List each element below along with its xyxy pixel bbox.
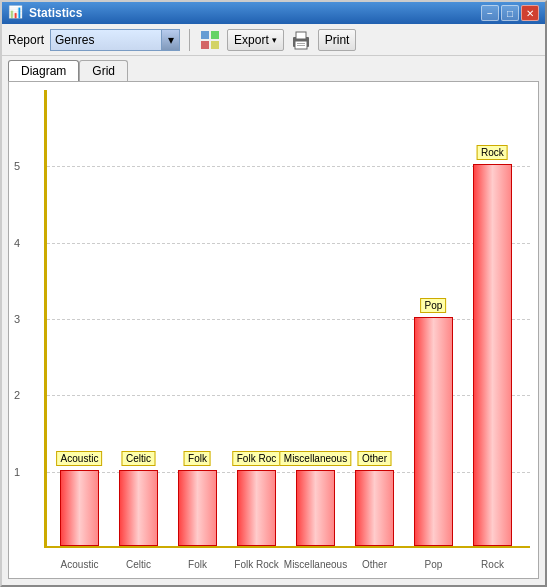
chart-area: 12345AcousticAcousticCelticCelticFolkFol… [8,81,539,579]
main-window: 📊 Statistics − □ ✕ Report Genres ▾ Expor… [0,0,547,587]
bar-fill: Acoustic [60,470,98,546]
bar-top-label: Celtic [122,451,155,466]
bar-top-label: Rock [477,145,508,160]
bar-top-label: Folk [184,451,211,466]
svg-rect-0 [201,31,209,39]
y-axis-label: 4 [14,237,20,249]
dropdown-arrow: ▾ [161,30,179,50]
x-axis-label: Other [362,559,387,570]
bar-fill: Pop [414,317,452,546]
bar-fill: Other [355,470,393,546]
print-label: Print [325,33,350,47]
bar-fill: Folk Roc [237,470,275,546]
bar-celtic: Celtic [119,470,157,546]
bar-top-label: Miscellaneous [280,451,351,466]
bar-miscellaneous: Miscellaneous [296,470,334,546]
bar-other: Other [355,470,393,546]
export-arrow-icon: ▾ [272,35,277,45]
x-axis-label: Rock [481,559,504,570]
maximize-button[interactable]: □ [501,5,519,21]
report-value: Genres [55,33,161,47]
app-icon: 📊 [8,5,24,21]
svg-rect-1 [211,31,219,39]
grid-line [47,395,530,396]
bar-top-label: Acoustic [57,451,103,466]
export-button[interactable]: Export ▾ [227,29,284,51]
x-axis-label: Folk [188,559,207,570]
export-label: Export [234,33,269,47]
y-axis-label: 1 [14,466,20,478]
x-axis-label: Miscellaneous [284,559,347,570]
bar-top-label: Pop [421,298,447,313]
grid-line [47,166,530,167]
svg-rect-3 [211,41,219,49]
x-axis-label: Folk Rock [234,559,278,570]
bar-top-label: Other [358,451,391,466]
x-axis-label: Celtic [126,559,151,570]
chart-inner: 12345AcousticAcousticCelticCelticFolkFol… [44,90,530,548]
print-icon [290,29,312,51]
report-label: Report [8,33,44,47]
print-button[interactable]: Print [318,29,357,51]
title-buttons: − □ ✕ [481,5,539,21]
svg-rect-8 [297,45,305,46]
bar-folk: Folk [178,470,216,546]
export-icon [199,29,221,51]
tabs-area: Diagram Grid [2,56,545,81]
minimize-button[interactable]: − [481,5,499,21]
window-title: Statistics [29,6,82,20]
bar-fill: Celtic [119,470,157,546]
report-dropdown[interactable]: Genres ▾ [50,29,180,51]
x-axis-line [47,546,530,548]
close-button[interactable]: ✕ [521,5,539,21]
bar-fill: Folk [178,470,216,546]
bar-top-label: Folk Roc [233,451,280,466]
svg-rect-2 [201,41,209,49]
grid-line [47,243,530,244]
title-bar: 📊 Statistics − □ ✕ [2,2,545,24]
bar-pop: Pop [414,317,452,546]
y-axis-label: 3 [14,313,20,325]
bar-rock: Rock [473,164,511,546]
y-axis-label: 5 [14,160,20,172]
x-axis-label: Acoustic [61,559,99,570]
tab-grid[interactable]: Grid [79,60,128,81]
tab-diagram[interactable]: Diagram [8,60,79,81]
grid-line [47,319,530,320]
bar-fill: Miscellaneous [296,470,334,546]
bar-fill: Rock [473,164,511,546]
y-axis-line [44,90,47,548]
svg-rect-5 [296,32,306,39]
toolbar-divider-1 [189,29,190,51]
bar-acoustic: Acoustic [60,470,98,546]
title-bar-left: 📊 Statistics [8,5,82,21]
svg-rect-7 [297,43,305,44]
y-axis-label: 2 [14,389,20,401]
toolbar: Report Genres ▾ Export ▾ Print [2,24,545,56]
bar-folk-rock: Folk Roc [237,470,275,546]
x-axis-label: Pop [425,559,443,570]
